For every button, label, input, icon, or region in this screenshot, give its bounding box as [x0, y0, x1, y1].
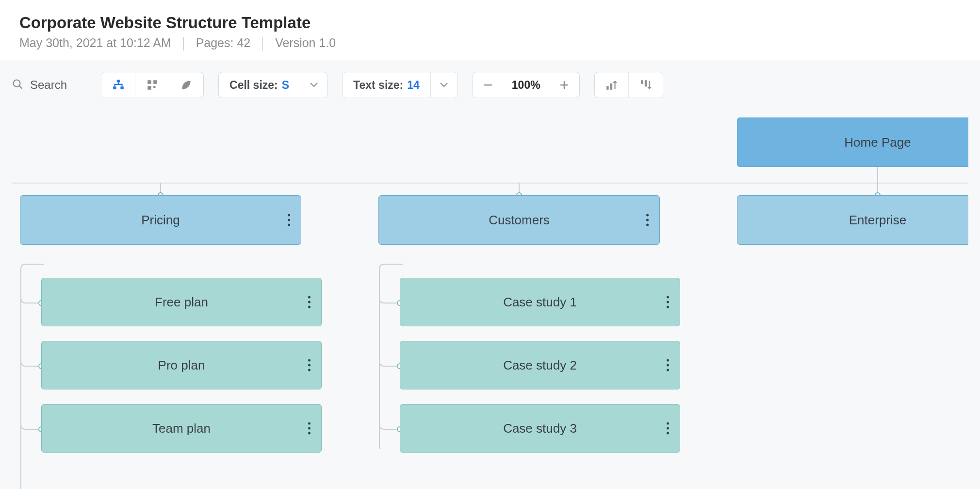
node-label: Case study 3	[503, 421, 577, 436]
node-pricing[interactable]: Pricing	[20, 195, 301, 245]
text-size-value: 14	[407, 79, 420, 92]
toolbar: Search Cell size: S Text size:	[12, 72, 968, 118]
node-case-study-1[interactable]: Case study 1	[400, 278, 680, 326]
node-home-page[interactable]: Home Page	[737, 118, 968, 167]
zoom-in-button[interactable]	[549, 72, 579, 98]
more-icon[interactable]	[308, 359, 310, 371]
node-label: Pricing	[141, 213, 180, 228]
node-free-plan[interactable]: Free plan	[41, 278, 322, 326]
view-mode-grid-button[interactable]	[135, 72, 169, 98]
node-case-study-2[interactable]: Case study 2	[400, 341, 680, 389]
more-icon[interactable]	[308, 296, 310, 308]
sort-asc-button[interactable]	[595, 72, 629, 98]
search-label: Search	[30, 78, 67, 92]
page-meta: May 30th, 2021 at 10:12 AM Pages: 42 Ver…	[19, 36, 961, 51]
node-label: Pro plan	[158, 358, 205, 373]
header: Corporate Website Structure Template May…	[0, 0, 980, 60]
node-pro-plan[interactable]: Pro plan	[41, 341, 322, 389]
more-icon[interactable]	[308, 422, 310, 435]
more-icon[interactable]	[667, 422, 669, 435]
more-icon[interactable]	[646, 214, 649, 226]
svg-rect-3	[113, 87, 116, 89]
meta-divider	[183, 37, 184, 51]
toolbar-area: Search Cell size: S Text size:	[0, 60, 980, 489]
svg-rect-7	[147, 86, 151, 90]
node-label: Team plan	[152, 421, 211, 436]
node-customers[interactable]: Customers	[378, 195, 660, 245]
node-team-plan[interactable]: Team plan	[41, 404, 322, 453]
view-mode-leaf-button[interactable]	[169, 72, 203, 98]
svg-rect-13	[610, 84, 612, 90]
sort-desc-button[interactable]	[629, 72, 663, 98]
view-mode-group	[101, 72, 204, 98]
node-label: Case study 2	[503, 358, 577, 373]
node-label: Home Page	[844, 135, 911, 150]
zoom-out-button[interactable]	[473, 72, 503, 98]
svg-rect-14	[641, 81, 643, 84]
svg-rect-5	[147, 81, 151, 84]
view-mode-tree-button[interactable]	[101, 72, 135, 98]
node-label: Customers	[489, 213, 550, 228]
chevron-down-icon	[430, 72, 457, 98]
sort-group	[594, 72, 663, 98]
svg-rect-8	[153, 86, 155, 88]
svg-rect-2	[116, 80, 120, 83]
sitemap-canvas[interactable]: Home Page Pricing Customers Enterprise	[12, 118, 968, 489]
meta-divider	[262, 37, 263, 51]
svg-rect-12	[606, 86, 608, 90]
cell-size-select[interactable]: Cell size: S	[218, 72, 327, 98]
svg-rect-6	[153, 81, 157, 84]
timestamp: May 30th, 2021 at 10:12 AM	[19, 36, 171, 50]
more-icon[interactable]	[667, 359, 669, 371]
node-label: Free plan	[155, 295, 208, 310]
more-icon[interactable]	[667, 296, 669, 308]
svg-line-1	[19, 86, 22, 88]
zoom-value: 100%	[503, 79, 549, 92]
node-case-study-3[interactable]: Case study 3	[400, 404, 680, 453]
cell-size-value: S	[282, 79, 289, 92]
pages-count: 42	[237, 36, 250, 50]
svg-rect-4	[120, 87, 124, 89]
search-icon	[12, 78, 23, 92]
chevron-down-icon	[300, 72, 327, 98]
text-size-select[interactable]: Text size: 14	[342, 72, 458, 98]
page-title: Corporate Website Structure Template	[19, 14, 961, 32]
node-enterprise[interactable]: Enterprise	[737, 195, 968, 245]
cell-size-label: Cell size:	[229, 79, 278, 92]
search[interactable]: Search	[12, 78, 67, 92]
text-size-label: Text size:	[353, 79, 403, 92]
version-label: Version 1.0	[275, 36, 336, 50]
node-label: Case study 1	[503, 295, 577, 310]
node-label: Enterprise	[849, 213, 907, 228]
connector-line	[12, 183, 968, 184]
svg-rect-15	[644, 81, 646, 87]
more-icon[interactable]	[288, 214, 290, 226]
pages-label: Pages:	[196, 36, 234, 50]
zoom-control: 100%	[473, 72, 580, 98]
